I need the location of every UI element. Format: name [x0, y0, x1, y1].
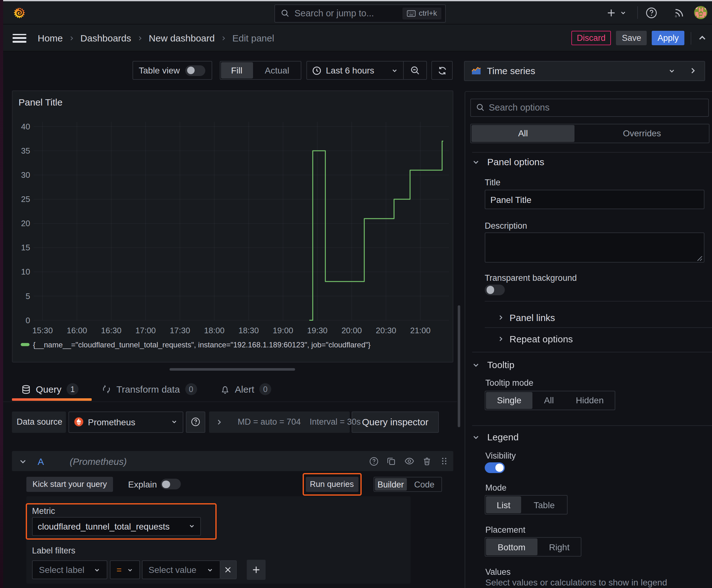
transform-icon	[102, 384, 111, 394]
zoom-out-button[interactable]	[404, 61, 427, 80]
query-help-icon[interactable]	[369, 456, 378, 466]
legend-placement-right[interactable]: Right	[538, 538, 580, 555]
hide-response-icon[interactable]	[404, 457, 414, 465]
panel-title-input[interactable]: Panel Title	[485, 190, 704, 209]
legend-mode-table[interactable]: Table	[522, 496, 566, 513]
chevron-right-icon[interactable]	[215, 418, 222, 426]
label-filter-row: Select label = Select value	[32, 560, 236, 579]
pane-resize-handle[interactable]	[169, 368, 295, 371]
operator-select[interactable]: =	[110, 560, 140, 579]
global-search-input[interactable]: Search or jump to... ctrl+k	[274, 4, 446, 22]
new-item-button[interactable]	[606, 8, 627, 18]
chevron-down-icon	[472, 361, 480, 369]
section-panel-options[interactable]: Panel options	[472, 156, 544, 167]
breadcrumb-bar: Home Dashboards New dashboard Edit panel…	[3, 24, 712, 51]
datasource-picker[interactable]: Prometheus	[68, 412, 183, 433]
time-range-picker[interactable]: Last 6 hours	[306, 61, 404, 80]
legend-series-swatch[interactable]	[20, 343, 29, 346]
chevron-right-icon	[497, 314, 504, 321]
main-scrollbar-thumb[interactable]	[457, 305, 460, 427]
options-search-input[interactable]: Search options	[470, 98, 709, 117]
table-view-switch[interactable]	[186, 65, 206, 76]
stat-interval: Interval = 30s	[309, 417, 361, 427]
all-overrides-group: All Overrides	[470, 123, 709, 143]
apply-button[interactable]: Apply	[652, 31, 684, 45]
svg-text:5: 5	[25, 292, 30, 301]
options-filter-overrides[interactable]: Overrides	[576, 125, 708, 142]
time-series-viz-icon	[471, 66, 481, 76]
svg-text:30: 30	[21, 170, 30, 180]
collapse-options-pane-button[interactable]	[682, 61, 705, 81]
time-range-cluster: Last 6 hours	[306, 61, 427, 80]
panel-description-textarea[interactable]	[485, 232, 704, 262]
breadcrumb-new-dashboard[interactable]: New dashboard	[149, 33, 215, 43]
breadcrumb-dashboards[interactable]: Dashboards	[80, 33, 131, 43]
discard-button[interactable]: Discard	[571, 31, 611, 45]
options-filter-all[interactable]: All	[471, 125, 575, 142]
visibility-label: Visibility	[486, 451, 516, 460]
value-select[interactable]: Select value	[142, 560, 220, 579]
tooltip-mode-hidden[interactable]: Hidden	[565, 392, 614, 408]
chevron-down-icon	[127, 566, 133, 573]
collapse-query-row-icon[interactable]	[19, 457, 27, 465]
tab-alert[interactable]: Alert 0	[211, 383, 281, 396]
panel-links-group[interactable]: Panel links	[497, 312, 555, 323]
kick-start-query-button[interactable]: Kick start your query	[26, 477, 113, 491]
top-nav: Search or jump to... ctrl+k	[3, 1, 712, 24]
user-avatar[interactable]	[693, 6, 707, 20]
save-button[interactable]: Save	[616, 31, 647, 45]
grafana-logo-icon[interactable]	[12, 6, 26, 20]
time-series-chart[interactable]: 051015202530354015:3016:0016:3017:0017:3…	[12, 91, 454, 361]
breadcrumb-home[interactable]: Home	[38, 33, 63, 43]
repeat-options-group[interactable]: Repeat options	[497, 334, 573, 344]
query-inspector-button[interactable]: Query inspector	[351, 412, 439, 433]
transparent-bg-switch[interactable]	[485, 285, 505, 295]
actual-option[interactable]: Actual	[254, 62, 300, 79]
legend-mode-list[interactable]: List	[486, 496, 521, 513]
collapse-header-button[interactable]	[697, 33, 707, 43]
chart-legend: {__name__="cloudflared_tunnel_total_requ…	[20, 340, 370, 349]
visualization-picker[interactable]: Time series	[464, 61, 683, 81]
drag-handle-icon[interactable]	[440, 457, 448, 465]
legend-mode-label: Mode	[486, 483, 507, 492]
code-option[interactable]: Code	[408, 478, 440, 491]
explain-switch[interactable]	[161, 479, 181, 490]
add-filter-button[interactable]	[247, 560, 265, 580]
section-legend[interactable]: Legend	[472, 432, 519, 442]
datasource-row: Data source Prometheus MD = auto = 704 I…	[12, 412, 439, 433]
tab-query[interactable]: Query 1	[12, 383, 88, 396]
remove-query-icon[interactable]	[423, 456, 431, 466]
legend-placement-bottom[interactable]: Bottom	[486, 538, 537, 555]
builder-option[interactable]: Builder	[374, 478, 407, 491]
bell-icon	[220, 384, 230, 394]
query-ref-id: A	[38, 456, 44, 466]
refresh-button[interactable]	[431, 61, 453, 80]
label-select[interactable]: Select label	[32, 560, 107, 579]
help-button[interactable]	[645, 7, 657, 19]
resize-corner-icon[interactable]	[697, 255, 703, 261]
chevron-right-icon	[689, 67, 697, 75]
plus-icon	[252, 565, 261, 574]
tooltip-mode-single[interactable]: Single	[486, 392, 533, 408]
tooltip-mode-all[interactable]: All	[534, 392, 564, 408]
news-button[interactable]	[673, 7, 685, 19]
duplicate-query-icon[interactable]	[387, 457, 395, 465]
search-placeholder: Search or jump to...	[295, 8, 403, 18]
remove-filter-button[interactable]	[220, 560, 236, 579]
query-row-header[interactable]: A (Prometheus)	[12, 451, 453, 471]
legend-visibility-switch[interactable]	[485, 462, 505, 473]
rss-icon	[673, 7, 685, 19]
active-tab-underline	[12, 398, 91, 400]
tab-transform-data[interactable]: Transform data 0	[92, 383, 207, 396]
chevron-down-icon	[207, 566, 214, 573]
query-datasource-hint: (Prometheus)	[70, 456, 127, 466]
section-tooltip[interactable]: Tooltip	[472, 359, 515, 370]
fill-option[interactable]: Fill	[221, 62, 253, 79]
datasource-help-button[interactable]	[186, 412, 205, 433]
chevron-right-icon	[497, 335, 504, 342]
question-circle-icon	[645, 7, 657, 19]
legend-series-label[interactable]: {__name__="cloudflared_tunnel_total_requ…	[33, 340, 370, 349]
svg-text:16:00: 16:00	[66, 326, 87, 335]
breadcrumb-separator-icon	[220, 35, 226, 41]
menu-toggle-button[interactable]	[13, 34, 26, 42]
